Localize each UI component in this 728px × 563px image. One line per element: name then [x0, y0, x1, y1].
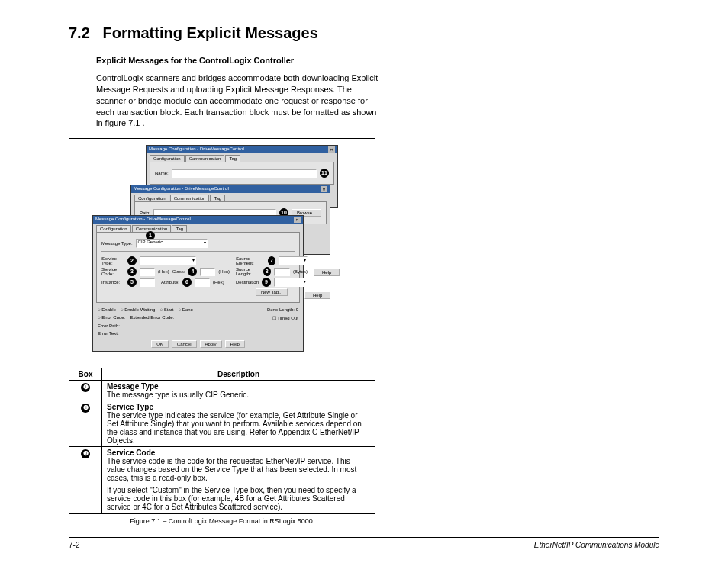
- callout-3: 3: [127, 267, 137, 276]
- source-element-dropdown[interactable]: [279, 256, 308, 265]
- source-length-label: Source Length:: [236, 267, 260, 276]
- instance-label: Instance:: [101, 280, 124, 285]
- status-ext-error-code: Extended Error Code:: [130, 315, 174, 320]
- row-num-3: ❸: [81, 449, 90, 458]
- close-icon[interactable]: ×: [328, 146, 335, 153]
- close-icon[interactable]: ×: [321, 186, 327, 192]
- tab-configuration[interactable]: Configuration: [96, 225, 131, 232]
- service-type-dropdown[interactable]: [140, 256, 196, 265]
- row-body-1: The message type is usually CIP Generic.: [107, 391, 370, 399]
- dialog-mock-area: Message Configuration - DriveMessageCont…: [69, 139, 375, 368]
- dialog-title: Message Configuration - DriveMessageCont…: [134, 186, 229, 192]
- tab-configuration[interactable]: Configuration: [150, 155, 185, 162]
- tab-communication[interactable]: Communication: [185, 155, 225, 162]
- status-error-text: Error Text:: [98, 331, 119, 336]
- source-length-input[interactable]: [274, 268, 290, 276]
- hex-label: (Hex): [158, 269, 169, 274]
- callout-7: 7: [268, 256, 275, 265]
- section-title-text: Formatting Explicit Messages: [102, 24, 317, 41]
- status-done-length: Done Length: 0: [267, 307, 298, 312]
- bytes-label: (Bytes): [293, 269, 308, 274]
- name-label: Name:: [155, 171, 169, 175]
- status-error-path: Error Path:: [98, 323, 120, 328]
- dialog-title: Message Configuration - DriveMessageCont…: [95, 217, 191, 223]
- row-title-1: Message Type: [107, 382, 370, 391]
- document-title: EtherNet/IP Communications Module: [534, 541, 659, 549]
- callout-2: 2: [127, 256, 137, 265]
- apply-button[interactable]: Apply: [200, 340, 222, 348]
- message-type-label: Message Type:: [101, 241, 133, 246]
- service-code-label: Service Code:: [101, 267, 124, 276]
- help-button-side-1[interactable]: Help: [314, 269, 340, 276]
- section-heading: 7.2 Formatting Explicit Messages: [69, 24, 659, 42]
- status-start: Start: [164, 307, 174, 312]
- intro-paragraph: ControlLogix scanners and bridges accomm…: [96, 72, 378, 129]
- table-header-desc: Description: [102, 368, 375, 381]
- figure-box: Message Configuration - DriveMessageCont…: [69, 138, 375, 514]
- attribute-label: Attribute:: [161, 280, 179, 285]
- status-done: Done: [182, 307, 193, 312]
- tab-communication[interactable]: Communication: [170, 195, 210, 201]
- row-title-3: Service Code: [107, 449, 370, 457]
- help-button[interactable]: Help: [225, 340, 245, 348]
- section-number: 7.2: [69, 24, 90, 41]
- name-input[interactable]: [172, 169, 317, 178]
- status-timed-out: Timed Out: [277, 316, 298, 320]
- callout-8: 8: [263, 267, 271, 276]
- ok-button[interactable]: OK: [151, 340, 169, 348]
- section-subtitle: Explicit Messages for the ControlLogix C…: [96, 56, 659, 65]
- status-enable: Enable: [101, 307, 116, 312]
- row-num-2: ❷: [81, 404, 90, 413]
- destination-dropdown[interactable]: [274, 278, 308, 287]
- tab-tag[interactable]: Tag: [172, 225, 187, 232]
- page-number: 7-2: [69, 541, 79, 549]
- callout-5: 5: [127, 278, 137, 287]
- dialog-titlebar: Message Configuration - DriveMessageCont…: [131, 185, 330, 193]
- row-body-3a: The service code is the code for the req…: [107, 457, 370, 482]
- dialog-titlebar: Message Configuration - DriveMessageCont…: [147, 146, 337, 153]
- help-button-side-2[interactable]: Help: [304, 291, 330, 299]
- dialog-title: Message Configuration - DriveMessageCont…: [149, 146, 244, 153]
- status-enable-waiting: Enable Waiting: [124, 307, 155, 312]
- callout-9: 9: [262, 278, 271, 287]
- destination-label: Destination: [236, 280, 259, 285]
- hex-label2: (Hex): [218, 269, 230, 274]
- hex-label3: (Hex): [213, 280, 224, 285]
- source-element-label: Source Element:: [236, 256, 265, 265]
- service-type-label: Service Type:: [101, 256, 124, 265]
- instance-input[interactable]: [140, 278, 155, 287]
- page-footer: 7-2 EtherNet/IP Communications Module: [69, 537, 659, 549]
- message-type-dropdown[interactable]: CIP Generic: [136, 239, 208, 248]
- row-body-2: The service type indicates the service (…: [107, 411, 370, 445]
- tab-tag[interactable]: Tag: [210, 195, 225, 201]
- tab-configuration[interactable]: Configuration: [134, 195, 169, 201]
- class-input[interactable]: [200, 268, 215, 276]
- callout-4: 4: [188, 267, 197, 276]
- row-num-1: ❶: [81, 383, 90, 392]
- callout-6: 6: [182, 278, 192, 287]
- dialog-titlebar: Message Configuration - DriveMessageCont…: [93, 216, 303, 224]
- class-label: Class:: [172, 269, 185, 274]
- service-code-input[interactable]: [140, 268, 155, 276]
- cancel-button[interactable]: Cancel: [172, 340, 197, 348]
- row-body-3b: If you select "Custom" in the Service Ty…: [102, 484, 375, 513]
- tab-tag[interactable]: Tag: [225, 155, 240, 162]
- table-header-box: Box: [69, 368, 102, 381]
- status-error-code: Error Code:: [101, 315, 125, 320]
- close-icon[interactable]: ×: [294, 217, 301, 223]
- callout-11: 11: [320, 169, 329, 178]
- figure-caption: Figure 7.1 – ControlLogix Message Format…: [69, 517, 374, 525]
- row-title-2: Service Type: [107, 403, 370, 411]
- description-table: Box Description ❶ Message Type The messa…: [69, 368, 375, 513]
- attribute-input[interactable]: [195, 278, 210, 287]
- dialog-configuration: Message Configuration - DriveMessageCont…: [92, 215, 304, 352]
- new-tag-button[interactable]: New Tag...: [256, 288, 288, 296]
